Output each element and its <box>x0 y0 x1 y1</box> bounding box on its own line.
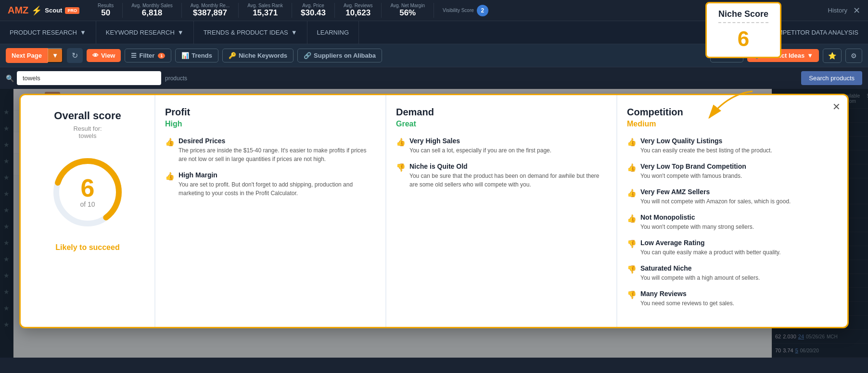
next-page-split: Next Page ▼ <box>6 48 63 63</box>
comp-item-3-desc: You will not compete with Amazon for sal… <box>640 197 791 206</box>
nav-learning[interactable]: LEARNING <box>307 21 359 44</box>
thumb-up-icon-comp-1: 👍 <box>627 137 637 147</box>
score-gauge: 6 of 10 <box>49 154 126 231</box>
competition-title: Competition <box>627 107 838 118</box>
score-panel: ✕ Overall score Result for: towels 6 of … <box>19 94 849 328</box>
comp-item-2-desc: You won't compete with famous brands. <box>640 172 746 180</box>
trends-button[interactable]: 📊 Trends <box>175 49 218 62</box>
comp-item-4: 👍 Not Monopolistic You won't compete wit… <box>627 213 838 231</box>
view-button[interactable]: 👁 View <box>87 49 121 62</box>
demand-section: Demand Great 👍 Very High Sales You can s… <box>386 95 617 327</box>
profit-title: Profit <box>165 107 376 118</box>
gauge-of: of 10 <box>80 200 95 208</box>
suppliers-label: Suppliers on Alibaba <box>314 52 376 59</box>
thumb-up-icon-2: 👍 <box>165 172 175 181</box>
thumb-up-icon-comp-2: 👍 <box>627 163 637 172</box>
nav-trends-arrow: ▼ <box>291 29 297 36</box>
nav-keyword-research[interactable]: KEYWORD RESEARCH ▼ <box>96 21 194 44</box>
stat-price: Avg. Price $30.43 <box>292 3 335 18</box>
comp-item-6-desc: You will compete with a high amount of s… <box>640 274 760 282</box>
niche-keywords-label: Niche Keywords <box>239 52 287 59</box>
net-margin-label: Avg. Net Margin <box>390 3 425 8</box>
results-value: 50 <box>98 8 114 18</box>
settings-button[interactable]: ⚙ <box>845 49 862 63</box>
close-button[interactable]: ✕ <box>853 5 860 16</box>
search-products-button[interactable]: Search products <box>801 71 862 85</box>
niche-score-title: Niche Score <box>718 9 768 23</box>
demand-item-1: 👍 Very High Sales You can sell a lot, es… <box>396 137 607 155</box>
profit-item-1-content: Desired Prices The prices are inside the… <box>179 137 376 163</box>
price-label: Avg. Price <box>301 3 326 8</box>
filter-button[interactable]: ☰ Filter 1 <box>125 49 171 62</box>
niche-score-value: 6 <box>718 27 768 51</box>
search-icon: 🔍 <box>6 75 14 82</box>
comp-item-5-content: Low Average Rating You can quite easily … <box>640 239 781 257</box>
star-filter-button[interactable]: ⭐ <box>823 49 842 63</box>
monthly-revenue-value: $387,897 <box>191 8 230 18</box>
niche-keywords-button[interactable]: 🔑 Niche Keywords <box>222 49 294 62</box>
stat-reviews: Avg. Reviews 10,623 <box>335 3 382 18</box>
niche-keywords-icon: 🔑 <box>229 52 236 59</box>
nav-learning-label: LEARNING <box>317 29 349 36</box>
net-margin-value: 56% <box>390 8 425 18</box>
demand-title: Demand <box>396 107 607 118</box>
comp-item-2: 👍 Very Low Top Brand Competition You won… <box>627 162 838 180</box>
sales-rank-label: Avg. Sales Rank <box>247 3 283 8</box>
next-page-arrow[interactable]: ▼ <box>48 48 63 63</box>
nav-product-research-label: PRODUCT RESEARCH <box>10 29 77 36</box>
profit-item-2-title: High Margin <box>179 171 376 179</box>
overall-score-section: Overall score Result for: towels 6 of 10… <box>21 95 155 327</box>
thumb-up-icon-comp-3: 👍 <box>627 188 637 198</box>
demand-item-1-title: Very High Sales <box>409 137 551 145</box>
profit-item-2-desc: You are set to profit. But don't forget … <box>179 180 376 198</box>
competition-status: Medium <box>627 120 838 128</box>
comp-item-5-title: Low Average Rating <box>640 239 781 247</box>
nav-product-research[interactable]: PRODUCT RESEARCH ▼ <box>0 21 96 44</box>
panel-close-button[interactable]: ✕ <box>832 101 841 112</box>
profit-item-1-title: Desired Prices <box>179 137 376 145</box>
monthly-sales-label: Avg. Monthly Sales <box>131 3 172 8</box>
logo-icon: ⚡ <box>31 5 42 16</box>
likely-text: Likely to succeed <box>55 243 119 252</box>
sales-rank-value: 15,371 <box>247 8 283 18</box>
history-link[interactable]: History <box>828 7 847 14</box>
result-for-label: Result for: <box>73 125 102 132</box>
monthly-revenue-label: Avg. Monthly Re... <box>191 3 230 8</box>
filter-count: 1 <box>158 53 165 59</box>
comp-item-4-desc: You won't compete with many strong selle… <box>640 223 754 231</box>
search-input[interactable] <box>17 71 161 85</box>
demand-item-2-content: Niche is Quite Old You can be sure that … <box>409 162 607 189</box>
nav-keyword-research-label: KEYWORD RESEARCH <box>106 29 175 36</box>
gauge-center: 6 of 10 <box>80 175 95 208</box>
nav-keyword-research-arrow: ▼ <box>178 29 184 36</box>
comp-item-7-content: Many Reviews You need some reviews to ge… <box>640 290 734 308</box>
overall-title: Overall score <box>54 110 121 122</box>
reviews-label: Avg. Reviews <box>344 3 372 8</box>
product-ideas-arrow: ▼ <box>807 52 813 59</box>
price-value: $30.43 <box>301 8 326 18</box>
comp-item-1-title: Very Low Quality Listings <box>640 137 772 145</box>
search-bar: 🔍 products Search products <box>0 67 868 89</box>
nav-trends[interactable]: TRENDS & PRODUCT IDEAS ▼ <box>194 21 307 44</box>
thumb-up-icon-demand-1: 👍 <box>396 137 406 147</box>
trends-icon: 📊 <box>181 52 189 59</box>
gauge-number: 6 <box>80 175 95 200</box>
view-label: View <box>101 52 115 59</box>
suppliers-button[interactable]: 🔗 Suppliers on Alibaba <box>297 49 382 62</box>
comp-item-4-title: Not Monopolistic <box>640 213 754 221</box>
niche-score-popup: Niche Score 6 <box>705 2 781 58</box>
monthly-sales-value: 6,818 <box>131 8 172 18</box>
comp-item-7: 👎 Many Reviews You need some reviews to … <box>627 290 838 308</box>
vis-label: Visibility Score <box>443 8 474 13</box>
demand-item-2-title: Niche is Quite Old <box>409 162 607 170</box>
stat-monthly-sales: Avg. Monthly Sales 6,818 <box>123 3 181 18</box>
comp-item-7-desc: You need some reviews to get sales. <box>640 299 734 308</box>
profit-item-2-content: High Margin You are set to profit. But d… <box>179 171 376 198</box>
comp-item-6-content: Saturated Niche You will compete with a … <box>640 264 760 282</box>
comp-item-6: 👎 Saturated Niche You will compete with … <box>627 264 838 282</box>
refresh-button[interactable]: ↻ <box>67 48 83 63</box>
profit-item-1: 👍 Desired Prices The prices are inside t… <box>165 137 376 163</box>
thumb-down-icon-demand-2: 👎 <box>396 163 406 172</box>
nav-trends-label: TRENDS & PRODUCT IDEAS <box>204 29 288 36</box>
next-page-button[interactable]: Next Page <box>6 48 48 63</box>
